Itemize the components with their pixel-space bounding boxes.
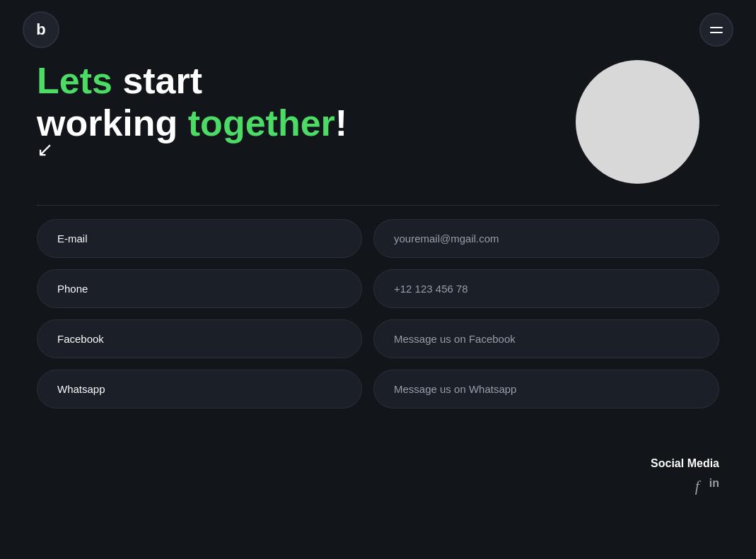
whatsapp-row: Whatsapp Message us on Whatsapp [37, 370, 719, 408]
email-row: E-mail youremail@mgail.com [37, 219, 719, 258]
phone-value[interactable]: +12 123 456 78 [373, 269, 719, 308]
section-divider [37, 205, 719, 206]
form-section: E-mail youremail@mgail.com Phone +12 123… [37, 219, 719, 420]
hero-title: Lets start working together! [37, 60, 719, 145]
social-label: Social Media [651, 457, 719, 470]
linkedin-icon[interactable]: in [709, 477, 719, 495]
logo-letter: b [36, 20, 45, 39]
email-value[interactable]: youremail@mgail.com [373, 219, 719, 258]
arrow-icon: ↙ [37, 138, 53, 161]
header: b [0, 0, 756, 59]
phone-row: Phone +12 123 456 78 [37, 269, 719, 308]
hero-exclaim: ! [335, 102, 347, 143]
social-icons-container: f in [651, 477, 719, 495]
hero-plain-2: working [37, 102, 178, 143]
whatsapp-label: Whatsapp [37, 370, 362, 408]
menu-button[interactable] [699, 13, 733, 47]
facebook-label: Facebook [37, 319, 362, 358]
menu-line-bottom [710, 32, 723, 33]
facebook-row: Facebook Message us on Facebook [37, 319, 719, 358]
hero-green-1: Lets [37, 60, 112, 101]
phone-label: Phone [37, 269, 362, 308]
hero-green-2: together [188, 102, 335, 143]
whatsapp-value[interactable]: Message us on Whatsapp [373, 370, 719, 408]
logo-button[interactable]: b [23, 11, 59, 48]
facebook-icon[interactable]: f [695, 477, 699, 495]
menu-line-top [710, 27, 723, 28]
social-section: Social Media f in [651, 457, 719, 495]
facebook-value[interactable]: Message us on Facebook [373, 319, 719, 358]
hero-section: Lets start working together! [37, 60, 719, 145]
hero-start: start [122, 60, 202, 101]
email-label: E-mail [37, 219, 362, 258]
